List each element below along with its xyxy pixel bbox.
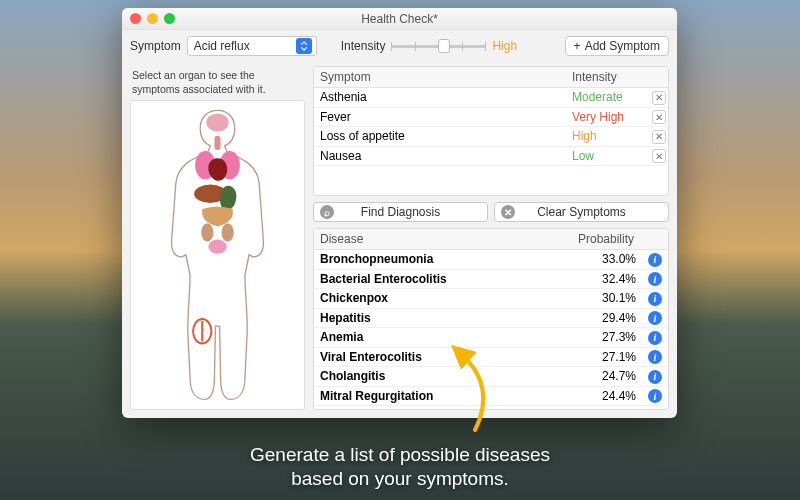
close-icon[interactable] [130, 13, 141, 24]
maximize-icon[interactable] [164, 13, 175, 24]
disease-probability: 27.1% [572, 348, 642, 366]
symptom-select-value: Acid reflux [194, 39, 250, 53]
disease-table-body[interactable]: Bronchopneumonia33.0%iBacterial Enteroco… [314, 250, 668, 409]
clear-symptoms-button[interactable]: ✕ Clear Symptoms [494, 202, 669, 222]
col-symptom[interactable]: Symptom [314, 67, 566, 87]
col-intensity[interactable]: Intensity [566, 67, 646, 87]
disease-name: Viral Enterocolitis [314, 348, 572, 366]
table-row[interactable]: FeverVery High✕ [314, 108, 668, 128]
find-diagnosis-button[interactable]: ⌕ Find Diagnosis [313, 202, 488, 222]
left-panel: Select an organ to see the symptoms asso… [130, 66, 305, 410]
disease-name: Cholangitis [314, 367, 572, 385]
disease-table-head: Disease Probability [314, 229, 668, 250]
titlebar[interactable]: Health Check* [122, 8, 677, 30]
organ-hint: Select an organ to see the symptoms asso… [130, 66, 305, 100]
table-row[interactable]: NauseaLow✕ [314, 147, 668, 167]
disease-probability: 33.0% [572, 250, 642, 268]
symptom-name: Nausea [314, 147, 566, 165]
table-row[interactable]: Loss of appetiteHigh✕ [314, 127, 668, 147]
table-row[interactable]: Hepatitis29.4%i [314, 309, 668, 329]
brain-icon [206, 114, 228, 132]
info-icon[interactable]: i [648, 331, 662, 345]
symptom-table: Symptom Intensity AstheniaModerate✕Fever… [313, 66, 669, 196]
find-diagnosis-label: Find Diagnosis [361, 205, 440, 219]
disease-table: Disease Probability Bronchopneumonia33.0… [313, 228, 669, 410]
symptom-name: Loss of appetite [314, 127, 566, 145]
disease-probability: 32.4% [572, 270, 642, 288]
pelvis-icon [208, 240, 226, 254]
search-icon: ⌕ [320, 205, 334, 219]
kidney-left-icon [201, 224, 213, 242]
info-icon[interactable]: i [648, 311, 662, 325]
remove-symptom-button[interactable]: ✕ [652, 149, 666, 163]
disease-name: Anemia [314, 328, 572, 346]
table-row[interactable]: Viral Enterocolitis27.1%i [314, 348, 668, 368]
symptom-intensity: Moderate [566, 88, 646, 106]
clear-symptoms-label: Clear Symptoms [537, 205, 626, 219]
symptom-intensity: High [566, 127, 646, 145]
table-row[interactable]: Bronchopneumonia33.0%i [314, 250, 668, 270]
info-icon[interactable]: i [648, 389, 662, 403]
add-symptom-button[interactable]: + Add Symptom [565, 36, 669, 56]
symptom-table-body: AstheniaModerate✕FeverVery High✕Loss of … [314, 88, 668, 195]
info-icon[interactable]: i [648, 272, 662, 286]
disease-name: Bacterial Enterocolitis [314, 270, 572, 288]
plus-icon: + [574, 39, 581, 53]
table-row[interactable]: Anemia27.3%i [314, 328, 668, 348]
remove-symptom-button[interactable]: ✕ [652, 91, 666, 105]
add-symptom-label: Add Symptom [585, 39, 660, 53]
info-icon[interactable]: i [648, 370, 662, 384]
kidney-right-icon [222, 224, 234, 242]
toolbar: Symptom Acid reflux Intensity High + Add… [122, 30, 677, 62]
caption-line-2: based on your symptoms. [0, 467, 800, 492]
content: Select an organ to see the symptoms asso… [122, 62, 677, 418]
table-row[interactable]: Mitral Regurgitation24.4%i [314, 387, 668, 407]
minimize-icon[interactable] [147, 13, 158, 24]
symptom-intensity: Low [566, 147, 646, 165]
app-window: Health Check* Symptom Acid reflux Intens… [122, 8, 677, 418]
info-icon[interactable]: i [648, 350, 662, 364]
symptom-name: Fever [314, 108, 566, 126]
disease-probability: 30.1% [572, 289, 642, 307]
remove-symptom-button[interactable]: ✕ [652, 110, 666, 124]
disease-name: Chickenpox [314, 289, 572, 307]
trachea-icon [214, 136, 220, 150]
disease-probability: 24.4% [572, 387, 642, 405]
intensity-label: Intensity [341, 39, 386, 53]
symptom-name: Asthenia [314, 88, 566, 106]
disease-name: Hepatitis [314, 309, 572, 327]
disease-probability: 27.3% [572, 328, 642, 346]
table-row[interactable]: Chickenpox30.1%i [314, 289, 668, 309]
col-probability[interactable]: Probability [572, 229, 642, 249]
disease-probability: 24.7% [572, 367, 642, 385]
disease-probability: 29.4% [572, 309, 642, 327]
info-icon[interactable]: i [648, 292, 662, 306]
symptom-select[interactable]: Acid reflux [187, 36, 317, 56]
col-disease[interactable]: Disease [314, 229, 572, 249]
info-icon[interactable]: i [648, 253, 662, 267]
symptom-intensity: Very High [566, 108, 646, 126]
action-bar: ⌕ Find Diagnosis ✕ Clear Symptoms [313, 202, 669, 222]
slider-thumb[interactable] [438, 39, 450, 53]
clear-icon: ✕ [501, 205, 515, 219]
promo-caption: Generate a list of possible diseases bas… [0, 443, 800, 492]
intensity-value: High [492, 39, 532, 53]
right-panel: Symptom Intensity AstheniaModerate✕Fever… [313, 66, 669, 410]
table-row[interactable]: Cholangitis24.7%i [314, 367, 668, 387]
remove-symptom-button[interactable]: ✕ [652, 130, 666, 144]
disease-name: Bronchopneumonia [314, 250, 572, 268]
body-diagram[interactable] [130, 100, 305, 410]
chevron-updown-icon [296, 38, 312, 54]
caption-line-1: Generate a list of possible diseases [0, 443, 800, 468]
traffic-lights [130, 13, 175, 24]
symptom-label: Symptom [130, 39, 181, 53]
table-row[interactable]: AstheniaModerate✕ [314, 88, 668, 108]
disease-name: Mitral Regurgitation [314, 387, 572, 405]
table-row[interactable]: Bacterial Enterocolitis32.4%i [314, 270, 668, 290]
intensity-slider[interactable] [391, 38, 486, 54]
window-title: Health Check* [361, 12, 438, 26]
symptom-table-head: Symptom Intensity [314, 67, 668, 88]
